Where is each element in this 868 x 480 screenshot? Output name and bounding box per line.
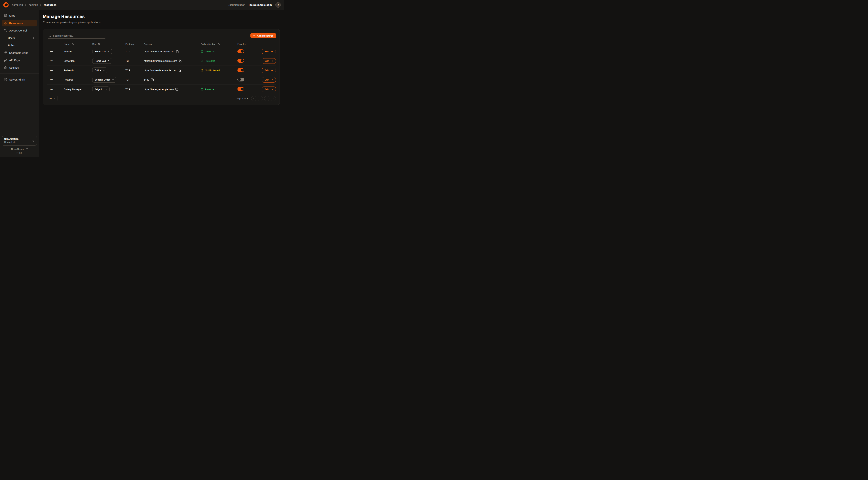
copy-button[interactable]	[176, 50, 179, 53]
copy-button[interactable]	[178, 69, 181, 72]
edit-button[interactable]: Edit	[262, 49, 276, 54]
version-label: v1.3.0	[17, 152, 23, 154]
arrow-up-right-icon	[107, 60, 110, 62]
resources-table: Name Site Protocol Access Authentication…	[47, 41, 276, 94]
arrow-right-icon	[271, 69, 273, 72]
server-icon	[4, 78, 7, 81]
user-email[interactable]: joe@example.com	[249, 3, 272, 6]
sidebar-item-users[interactable]: Users	[2, 35, 37, 41]
org-picker[interactable]: Organization Home Lab	[2, 136, 37, 146]
row-menu-button[interactable]: •••	[49, 78, 54, 82]
breadcrumb-item-home-lab[interactable]: home-lab	[12, 3, 23, 6]
column-site[interactable]: Site	[92, 43, 125, 46]
toggle-knob	[241, 69, 244, 71]
enabled-toggle[interactable]	[238, 50, 244, 53]
column-name[interactable]: Name	[64, 43, 92, 46]
copy-button[interactable]	[151, 79, 154, 81]
page-info: Page 1 of 1	[236, 97, 248, 100]
copy-button[interactable]	[179, 60, 182, 62]
prev-page-button[interactable]	[258, 96, 263, 101]
topbar-right: Documentation joe@example.com J	[228, 2, 281, 8]
auth-status: Protected	[201, 60, 238, 62]
page-title: Manage Resources	[43, 14, 280, 19]
site-link[interactable]: Office	[92, 67, 107, 73]
site-link[interactable]: Home Lab	[92, 49, 112, 54]
first-page-button[interactable]	[251, 96, 256, 101]
search-box[interactable]	[47, 33, 106, 38]
table-header: Name Site Protocol Access Authentication…	[47, 41, 276, 47]
edit-button[interactable]: Edit	[262, 58, 276, 64]
table-row: ••• Battery Manager Edge 01 TCP https://…	[47, 85, 276, 94]
sidebar-item-access-control[interactable]: Access Control	[2, 27, 37, 34]
chevrons-up-down-icon	[32, 139, 35, 142]
search-input[interactable]	[53, 34, 104, 37]
sidebar-item-server-admin[interactable]: Server Admin	[2, 76, 37, 83]
sidebar-item-label: Users	[8, 36, 15, 39]
sidebar-footer: Open Source v1.3.0	[2, 148, 37, 154]
sidebar-item-api-keys[interactable]: API Keys	[2, 57, 37, 63]
edit-label: Edit	[265, 60, 269, 62]
gear-icon	[4, 66, 7, 69]
column-authentication[interactable]: Authentication	[201, 43, 238, 46]
add-resource-button[interactable]: Add Resource	[250, 33, 276, 38]
sort-icon	[217, 43, 220, 45]
table-row: ••• Bitwarden Home Lab TCP https://bitwa…	[47, 56, 276, 66]
edit-label: Edit	[265, 88, 269, 91]
sort-icon	[71, 43, 74, 45]
row-menu-button[interactable]: •••	[49, 50, 54, 53]
enabled-toggle[interactable]	[238, 78, 244, 82]
last-page-button[interactable]	[271, 96, 276, 101]
access-control-icon	[4, 29, 7, 32]
sidebar-item-label: Access Control	[9, 29, 27, 32]
sidebar-item-label: Roles	[8, 44, 14, 47]
sidebar-item-roles[interactable]: Roles	[2, 42, 37, 49]
enabled-toggle[interactable]	[238, 87, 244, 91]
column-protocol: Protocol	[125, 43, 144, 46]
edit-button[interactable]: Edit	[262, 77, 276, 83]
add-resource-label: Add Resource	[257, 34, 273, 37]
row-menu-button[interactable]: •••	[49, 59, 54, 63]
avatar[interactable]: J	[275, 2, 281, 8]
arrow-right-icon	[271, 50, 273, 53]
site-link[interactable]: Edge 01	[92, 87, 110, 92]
site-link[interactable]: Second Office	[92, 77, 116, 83]
resource-name: Battery Manager	[64, 88, 92, 91]
resource-protocol: TCP	[125, 50, 144, 53]
resource-protocol: TCP	[125, 60, 144, 62]
arrow-up-right-icon	[105, 88, 107, 90]
chevron-right-icon	[32, 36, 35, 39]
key-icon	[4, 59, 7, 62]
chevrons-right-icon	[272, 97, 275, 100]
sidebar-item-resources[interactable]: Resources	[2, 20, 37, 26]
page-size-select[interactable]: 20	[47, 96, 58, 101]
table-row: ••• Postgres Second Office TCP 5432 - Ed…	[47, 75, 276, 85]
edit-button[interactable]: Edit	[262, 68, 276, 73]
toggle-knob	[241, 50, 244, 53]
sidebar-item-settings[interactable]: Settings	[2, 64, 37, 71]
resource-protocol: TCP	[125, 88, 144, 91]
edit-button[interactable]: Edit	[262, 87, 276, 92]
site-link[interactable]: Home Lab	[92, 58, 112, 64]
open-source-link[interactable]: Open Source	[11, 148, 28, 150]
row-menu-button[interactable]: •••	[49, 69, 54, 72]
resources-icon	[4, 22, 7, 25]
table-body: ••• Immich Home Lab TCP https://immich.e…	[47, 47, 276, 94]
documentation-link[interactable]: Documentation	[228, 3, 245, 6]
toolbar: Add Resource	[47, 33, 276, 38]
copy-button[interactable]	[175, 88, 178, 91]
enabled-toggle[interactable]	[238, 68, 244, 72]
shield-check-icon	[201, 50, 204, 53]
pangolin-logo[interactable]	[3, 2, 9, 8]
chevrons-left-icon	[253, 97, 255, 100]
auth-status: -	[201, 79, 238, 81]
page-subtitle: Create secure proxies to your private ap…	[43, 21, 280, 24]
breadcrumb-item-settings[interactable]: settings	[29, 3, 38, 6]
arrow-right-icon	[271, 88, 273, 90]
sort-icon	[98, 43, 100, 45]
sidebar-item-sites[interactable]: Sites	[2, 12, 37, 19]
toggle-knob	[238, 78, 241, 81]
sidebar-item-shareable-links[interactable]: Shareable Links	[2, 50, 37, 56]
enabled-toggle[interactable]	[238, 59, 244, 63]
next-page-button[interactable]	[264, 96, 270, 101]
row-menu-button[interactable]: •••	[49, 87, 54, 91]
